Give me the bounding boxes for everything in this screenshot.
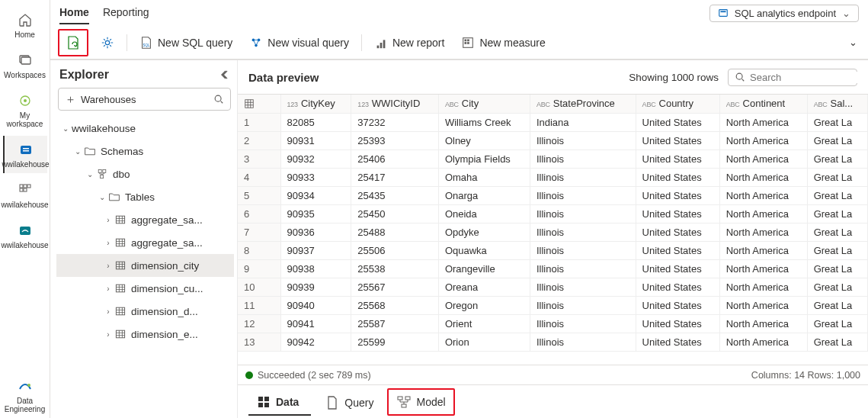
- cell: Orient: [438, 314, 530, 333]
- rail-item-home[interactable]: Home: [3, 6, 47, 43]
- svg-rect-45: [398, 397, 402, 400]
- table-row[interactable]: 39093225406Olympia FieldsIllinoisUnited …: [238, 150, 868, 168]
- app-rail: HomeWorkspacesMy workspacewwilakehouseww…: [0, 0, 50, 418]
- cell: United States: [636, 204, 719, 223]
- rail-item-wwilakehouse[interactable]: wwilakehouse: [3, 217, 47, 254]
- cell: North America: [719, 168, 807, 186]
- cell: Oquawka: [438, 241, 530, 259]
- explorer-title: Explorer: [59, 68, 220, 82]
- col-CityKey[interactable]: 123CityKey: [280, 95, 351, 113]
- cell: 90940: [280, 296, 351, 314]
- cell: Illinois: [530, 278, 636, 296]
- new-visual-query-button[interactable]: New visual query: [245, 33, 354, 53]
- cell: Olney: [438, 131, 530, 150]
- svg-rect-33: [116, 216, 124, 223]
- table-row[interactable]: 99093825538OrangevilleIllinoisUnited Sta…: [238, 259, 868, 278]
- cell: Great La: [807, 241, 867, 259]
- tree-tables[interactable]: ⌄Tables: [56, 185, 234, 208]
- tree-table-dimension_d[interactable]: ›dimension_d...: [56, 300, 234, 323]
- table-row[interactable]: 69093525450OneidaIllinoisUnited StatesNo…: [238, 204, 868, 223]
- cell: Great La: [807, 278, 867, 296]
- rail-item-my-workspace[interactable]: My workspace: [3, 87, 47, 133]
- table-row[interactable]: 29093125393OlneyIllinoisUnited StatesNor…: [238, 131, 868, 150]
- new-measure-button[interactable]: New measure: [456, 33, 549, 53]
- new-report-button[interactable]: New report: [370, 33, 449, 53]
- cell: United States: [636, 150, 719, 168]
- warehouses-picker[interactable]: ＋ Warehouses: [58, 88, 231, 111]
- svg-rect-42: [264, 397, 269, 401]
- warehouses-label: Warehouses: [81, 94, 209, 105]
- tree-root[interactable]: ⌄wwilakehouse: [56, 117, 234, 140]
- tree-table-aggregate_sa[interactable]: ›aggregate_sa...: [56, 231, 234, 254]
- tree-table-aggregate_sa[interactable]: ›aggregate_sa...: [56, 208, 234, 231]
- viewtab-data[interactable]: Data: [248, 388, 311, 416]
- svg-rect-15: [720, 11, 725, 12]
- svg-rect-7: [20, 185, 23, 188]
- cell: Great La: [807, 131, 867, 150]
- tab-home[interactable]: Home: [59, 2, 89, 24]
- cell: Oregon: [438, 296, 530, 314]
- tree-table-dimension_cu[interactable]: ›dimension_cu...: [56, 277, 234, 300]
- preview-search[interactable]: [728, 69, 857, 86]
- table-row[interactable]: 109093925567OreanaIllinoisUnited StatesN…: [238, 278, 868, 296]
- svg-point-16: [105, 40, 109, 44]
- viewtab-query[interactable]: Query: [317, 389, 381, 415]
- svg-rect-38: [116, 330, 124, 338]
- folder-icon: [84, 145, 96, 157]
- viewtab-model[interactable]: Model: [387, 388, 454, 416]
- cell: Oneida: [438, 204, 530, 223]
- tab-reporting[interactable]: Reporting: [103, 2, 149, 24]
- refresh-button[interactable]: [61, 32, 85, 53]
- table-row[interactable]: 49093325417OmahaIllinoisUnited StatesNor…: [238, 168, 868, 186]
- rownum-cell: 10: [238, 278, 280, 296]
- folder-icon: [108, 191, 120, 203]
- preview-search-input[interactable]: [750, 72, 868, 83]
- cell: Opdyke: [438, 223, 530, 241]
- svg-rect-47: [402, 404, 406, 407]
- table-row[interactable]: 59093425435OnargaIllinoisUnited StatesNo…: [238, 186, 868, 204]
- col-Continent[interactable]: ABCContinent: [719, 95, 807, 113]
- cell: United States: [636, 296, 719, 314]
- tree-dbo[interactable]: ⌄dbo: [56, 162, 234, 185]
- svg-rect-30: [98, 169, 101, 172]
- cell: 82085: [280, 113, 351, 131]
- settings-button[interactable]: [96, 33, 119, 53]
- cell: North America: [719, 186, 807, 204]
- cell: 90939: [280, 278, 351, 296]
- chevron-icon: ⌄: [96, 193, 108, 201]
- cell: United States: [636, 241, 719, 259]
- chevron-icon: ›: [102, 262, 114, 270]
- col-Country[interactable]: ABCCountry: [636, 95, 719, 113]
- schema-icon: [96, 168, 108, 180]
- rail-item-data-engineering[interactable]: Data Engineering: [3, 372, 47, 418]
- ribbon-expand-button[interactable]: ⌄: [849, 37, 857, 48]
- table-row[interactable]: 18208537232Williams CreekIndianaUnited S…: [238, 113, 868, 131]
- cell: 25450: [351, 204, 439, 223]
- table-row[interactable]: 89093725506OquawkaIllinoisUnited StatesN…: [238, 241, 868, 259]
- col-City[interactable]: ABCCity: [438, 95, 530, 113]
- svg-rect-1: [21, 57, 30, 64]
- rail-item-wwilakehouse[interactable]: wwilakehouse: [3, 136, 47, 173]
- col-Sal...[interactable]: ABCSal...: [807, 95, 867, 113]
- svg-rect-8: [24, 185, 27, 188]
- tree-schemas[interactable]: ⌄Schemas: [56, 140, 234, 162]
- col-StateProvince[interactable]: ABCStateProvince: [530, 95, 636, 113]
- cell: North America: [719, 296, 807, 314]
- svg-rect-28: [467, 42, 469, 44]
- tree-table-dimension_city[interactable]: ›dimension_city: [56, 254, 234, 277]
- data-grid[interactable]: 123CityKey123WWICityIDABCCityABCStatePro…: [238, 95, 868, 352]
- rail-item-workspaces[interactable]: Workspaces: [3, 47, 47, 84]
- table-row[interactable]: 119094025568OregonIllinoisUnited StatesN…: [238, 296, 868, 314]
- table-row[interactable]: 139094225599OrionIllinoisUnited StatesNo…: [238, 333, 868, 351]
- table-row[interactable]: 129094125587OrientIllinoisUnited StatesN…: [238, 314, 868, 333]
- new-sql-query-button[interactable]: SQL New SQL query: [135, 33, 237, 53]
- tree-table-dimension_e[interactable]: ›dimension_e...: [56, 323, 234, 346]
- table-row[interactable]: 79093625488OpdykeIllinoisUnited StatesNo…: [238, 223, 868, 241]
- endpoint-dropdown[interactable]: SQL analytics endpoint ⌄: [709, 5, 859, 22]
- collapse-explorer-button[interactable]: [220, 69, 231, 80]
- cell: 90937: [280, 241, 351, 259]
- cell: Illinois: [530, 241, 636, 259]
- svg-rect-31: [103, 169, 106, 172]
- col-WWICityID[interactable]: 123WWICityID: [351, 95, 439, 113]
- rail-item-wwilakehouse[interactable]: wwilakehouse: [3, 176, 47, 214]
